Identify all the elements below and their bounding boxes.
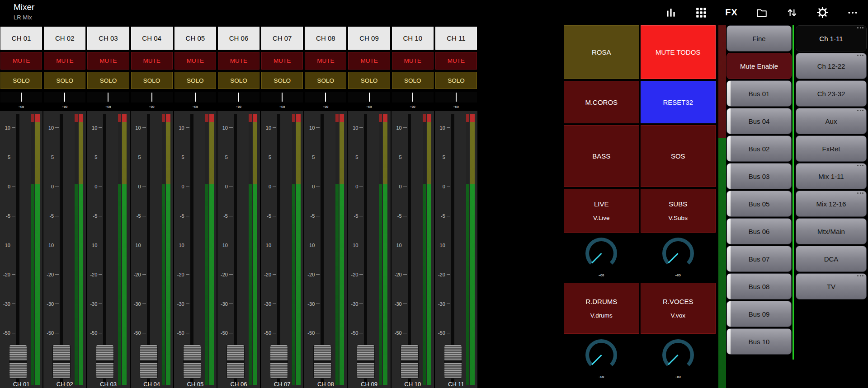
mute-button[interactable]: MUTE [175, 52, 216, 70]
fader-handle[interactable] [53, 345, 70, 378]
mute-button[interactable]: MUTE [348, 52, 390, 70]
mute-button[interactable]: MUTE [131, 52, 173, 70]
pan-slider[interactable] [87, 92, 129, 103]
level-knob[interactable] [662, 238, 694, 269]
layer-tab-tv[interactable]: TV [796, 273, 867, 299]
channel-select-button[interactable]: CH 03 [87, 27, 129, 50]
scale-label: -50 [221, 330, 228, 336]
macro-button[interactable]: ROSA [564, 25, 639, 79]
level-knob[interactable] [585, 339, 617, 371]
fader-handle[interactable] [96, 345, 113, 378]
more-menu-icon[interactable] [846, 6, 859, 19]
solo-button[interactable]: SOLO [218, 72, 259, 89]
levels-view-icon[interactable] [665, 6, 677, 19]
fader-handle[interactable] [184, 345, 201, 378]
channel-select-button[interactable]: CH 04 [131, 27, 173, 50]
channel-select-button[interactable]: CH 07 [261, 27, 303, 50]
fader-handle[interactable] [9, 345, 27, 378]
solo-button[interactable]: SOLO [44, 72, 85, 89]
layer-tab-mix-12-16[interactable]: Mix 12-16 [796, 191, 867, 217]
mute-button[interactable]: MUTE [392, 52, 434, 70]
macro-button[interactable]: SUBSV.Subs [641, 189, 716, 233]
channel-select-button[interactable]: CH 05 [175, 27, 216, 50]
fader-handle[interactable] [444, 345, 462, 378]
solo-button[interactable]: SOLO [305, 72, 346, 89]
channel-select-button[interactable]: CH 11 [435, 27, 477, 50]
pan-slider[interactable] [348, 92, 390, 103]
level-knob[interactable] [662, 339, 694, 371]
macro-button[interactable]: R.DRUMSV.drums [564, 283, 639, 334]
layer-tab-mtx-main[interactable]: Mtx/Main [796, 218, 867, 244]
layer-tab-ch-23-32[interactable]: Ch 23-32 [796, 80, 867, 107]
mute-button[interactable]: MUTE [0, 52, 42, 70]
solo-button[interactable]: SOLO [392, 72, 434, 89]
layer-tab-fxret[interactable]: FxRet [796, 136, 867, 162]
channel-select-button[interactable]: CH 10 [392, 27, 434, 50]
macro-button[interactable]: MUTE TODOS [641, 25, 716, 79]
layer-tab-mix-1-11[interactable]: Mix 1-11 [796, 163, 867, 189]
bus-tab-bus-05[interactable]: Bus 05 [726, 191, 792, 217]
bus-tab-mute-enable[interactable]: Mute Enable [726, 53, 792, 79]
solo-button[interactable]: SOLO [131, 72, 173, 89]
bus-tab-bus-03[interactable]: Bus 03 [726, 163, 792, 189]
layer-tab-aux[interactable]: Aux [796, 108, 867, 134]
folder-icon[interactable] [755, 6, 768, 19]
pan-slider[interactable] [435, 92, 477, 103]
settings-gear-icon[interactable] [816, 6, 829, 19]
macro-button[interactable]: BASS [564, 125, 639, 187]
bus-tab-bus-06[interactable]: Bus 06 [726, 218, 792, 244]
io-routing-icon[interactable] [786, 6, 798, 19]
macro-button[interactable]: M.COROS [564, 81, 639, 123]
scale-tick [359, 157, 363, 157]
layer-tab-ch-1-11[interactable]: Ch 1-11 [796, 25, 867, 51]
mute-button[interactable]: MUTE [44, 52, 85, 70]
macro-button[interactable]: R.VOCESV.vox [641, 283, 716, 334]
bus-tab-fine[interactable]: Fine [726, 25, 792, 51]
bus-tab-bus-01[interactable]: Bus 01 [726, 80, 792, 107]
layer-tab-dca[interactable]: DCA [796, 246, 867, 272]
fx-button[interactable]: FX [725, 6, 738, 19]
fader-handle[interactable] [401, 345, 418, 378]
pan-slider[interactable] [175, 92, 216, 103]
layer-tab-ch-12-22[interactable]: Ch 12-22 [796, 53, 867, 79]
bus-tab-bus-07[interactable]: Bus 07 [726, 246, 792, 272]
solo-button[interactable]: SOLO [348, 72, 390, 89]
pan-slider[interactable] [131, 92, 173, 103]
pan-slider[interactable] [44, 92, 85, 103]
channel-select-button[interactable]: CH 02 [44, 27, 85, 50]
fader-handle[interactable] [314, 345, 331, 378]
mute-button[interactable]: MUTE [435, 52, 477, 70]
level-knob[interactable] [585, 238, 617, 269]
macro-button[interactable]: SOS [641, 125, 716, 187]
fader-handle[interactable] [140, 345, 157, 378]
solo-button[interactable]: SOLO [261, 72, 303, 89]
macro-button[interactable]: LIVEV.Live [564, 189, 639, 233]
pan-slider[interactable] [218, 92, 259, 103]
fader-handle[interactable] [357, 345, 374, 378]
pan-slider[interactable] [261, 92, 303, 103]
bus-tab-bus-04[interactable]: Bus 04 [726, 108, 792, 134]
channel-select-button[interactable]: CH 06 [218, 27, 259, 50]
mute-button[interactable]: MUTE [218, 52, 259, 70]
pan-slider[interactable] [305, 92, 346, 103]
solo-button[interactable]: SOLO [435, 72, 477, 89]
macro-button[interactable]: RESET32 [641, 81, 716, 123]
mute-button[interactable]: MUTE [261, 52, 303, 70]
bus-tab-bus-10[interactable]: Bus 10 [726, 328, 792, 355]
channel-grid-icon[interactable] [695, 6, 708, 19]
bus-tab-bus-08[interactable]: Bus 08 [726, 273, 792, 299]
solo-button[interactable]: SOLO [0, 72, 42, 89]
channel-select-button[interactable]: CH 01 [0, 27, 42, 50]
fader-handle[interactable] [270, 345, 288, 378]
solo-button[interactable]: SOLO [87, 72, 129, 89]
bus-tab-bus-09[interactable]: Bus 09 [726, 301, 792, 327]
channel-select-button[interactable]: CH 09 [348, 27, 390, 50]
channel-select-button[interactable]: CH 08 [305, 27, 346, 50]
fader-handle[interactable] [227, 345, 244, 378]
pan-slider[interactable] [0, 92, 42, 103]
solo-button[interactable]: SOLO [175, 72, 216, 89]
pan-slider[interactable] [392, 92, 434, 103]
bus-tab-bus-02[interactable]: Bus 02 [726, 136, 792, 162]
mute-button[interactable]: MUTE [305, 52, 346, 70]
mute-button[interactable]: MUTE [87, 52, 129, 70]
